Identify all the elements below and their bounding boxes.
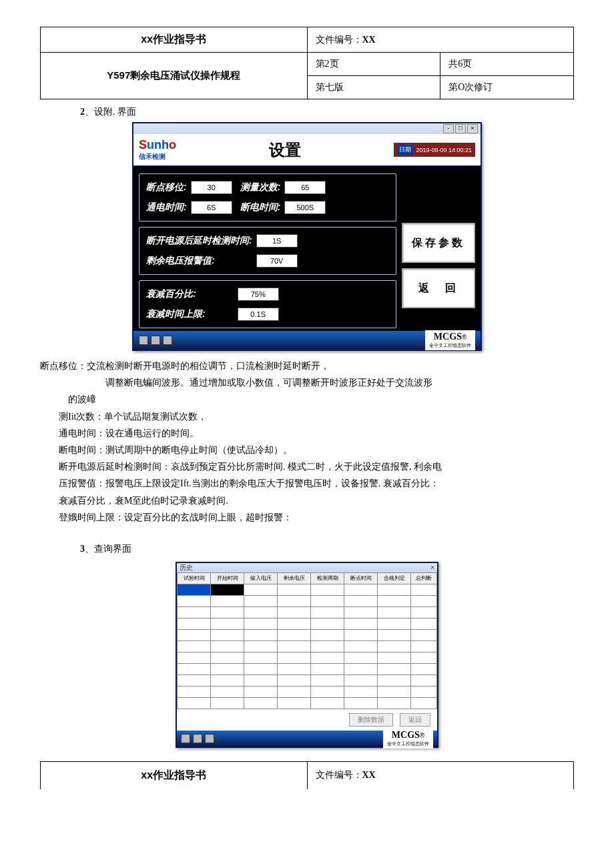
- q-footer-controls: [181, 734, 214, 743]
- offset-input[interactable]: 30: [191, 181, 232, 194]
- table-row[interactable]: [178, 629, 437, 640]
- panel-timing: 断点移位: 30 测量次数: 65 通电时间: 6S 断电时间: 500S: [139, 173, 396, 222]
- play-icon[interactable]: [151, 336, 160, 345]
- table-row[interactable]: [178, 640, 437, 652]
- q-mcgs-logo: MCGS® 全中文工控组态软件: [383, 729, 433, 749]
- footer-doc-no: 文件编号：XX: [307, 761, 574, 789]
- on-time-label: 通电时间:: [146, 201, 187, 213]
- table-row[interactable]: [178, 652, 437, 663]
- footer-doc-no-label: 文件编号：: [316, 770, 362, 780]
- settings-window: - □ × Sunho 信禾检测 设置 日期 2019-08-09 14:00:…: [132, 122, 482, 351]
- on-time-input[interactable]: 6S: [191, 201, 232, 214]
- col-test-time: 试验时间: [178, 572, 211, 584]
- back-button[interactable]: 返 回: [402, 268, 475, 308]
- query-table: 试验时间 开始时间 输入电压 剩余电压 检测周期 断点时间 合格判定 总判断: [177, 572, 437, 709]
- panel-decay: 衰减百分比: 75% 衰减时间上限: 0.1S: [139, 280, 396, 328]
- settings-title: 设置: [176, 139, 394, 161]
- revision: 第O次修订: [440, 76, 574, 99]
- table-row[interactable]: [178, 686, 437, 697]
- maximize-icon[interactable]: □: [455, 124, 466, 133]
- date-label: 日期: [397, 145, 413, 155]
- table-row[interactable]: [178, 663, 437, 675]
- footer-controls: [139, 336, 172, 345]
- table-row[interactable]: [178, 595, 437, 606]
- table-row[interactable]: [178, 606, 437, 618]
- edition: 第七版: [307, 76, 440, 99]
- explain-line: 断电时间：测试周期中的断电停止时间（使试品冷却）。: [59, 442, 574, 458]
- explain-line: 登娥时间上限：设定百分比的玄战时间上眼，超时报警：: [59, 509, 574, 526]
- doc-no: 文件编号：XX: [307, 27, 574, 53]
- query-back-button[interactable]: 返回: [400, 713, 430, 727]
- brand-logo: Sunho 信禾检测: [139, 138, 176, 161]
- decay-pct-input[interactable]: 75%: [238, 288, 279, 301]
- brand-sub: 信禾检测: [139, 152, 176, 161]
- section-3-heading: 3、查询界面: [80, 543, 574, 555]
- footer-doc-no-value: XX: [362, 770, 376, 780]
- q-prev-icon[interactable]: [181, 734, 190, 743]
- explanation-block: 断点移位：交流检测时断开电源时的相位调节，口流检测时延时断开， 调整断电蝙间波形…: [40, 358, 574, 526]
- table-row[interactable]: [178, 697, 437, 709]
- table-row[interactable]: [178, 675, 437, 686]
- doc-footer-table: xx作业指导书 文件编号：XX: [40, 761, 574, 789]
- col-residual-v: 剩余电压: [278, 572, 311, 584]
- q-next-icon[interactable]: [205, 734, 214, 743]
- settings-body: 断点移位: 30 测量次数: 65 通电时间: 6S 断电时间: 500S: [133, 167, 481, 331]
- page-no-l: 第2页: [307, 53, 440, 76]
- offset-label: 断点移位:: [146, 181, 187, 193]
- alarm-label: 剩余电压报警值:: [146, 255, 215, 267]
- prev-icon[interactable]: [139, 336, 148, 345]
- query-titlebar: 历史 ×: [177, 563, 437, 572]
- count-label: 测量次数:: [240, 181, 281, 193]
- off-time-input[interactable]: 500S: [284, 201, 326, 214]
- query-close-icon[interactable]: ×: [430, 564, 434, 571]
- explain-line: 压报警值：报警电压上限设定Ift.当测出的剩余电压大于报警电压时，设备报警. 衰…: [59, 475, 574, 492]
- count-input[interactable]: 65: [284, 181, 326, 194]
- query-button-row: 删除数据 返回: [177, 709, 437, 731]
- col-period: 检测周期: [311, 572, 344, 584]
- doc-title: xx作业指导书: [41, 27, 308, 53]
- col-start-time: 开始时间: [211, 572, 244, 584]
- doc-no-label: 文件编号：: [316, 35, 362, 45]
- doc-header-table: xx作业指导书 文件编号：XX Y597剩余电压涌试仪操作规程 第2页 共6页 …: [40, 27, 574, 99]
- explain-line: 调整断电蝙间波形。通过增加或取小数值，可调整断开时波形正好处于交流波形: [40, 374, 574, 391]
- alarm-input[interactable]: 70V: [256, 254, 298, 268]
- table-row[interactable]: [178, 584, 437, 595]
- delay-input[interactable]: 1S: [256, 234, 298, 248]
- off-time-label: 断电时间:: [240, 201, 281, 213]
- table-header-row: 试验时间 开始时间 输入电压 剩余电压 检测周期 断点时间 合格判定 总判断: [178, 572, 437, 584]
- panel-alarm: 断开电源后延时检测时间: 1S 剩余电压报警值: 70V: [139, 227, 396, 275]
- table-row[interactable]: [178, 618, 437, 629]
- page-no-r: 共6页: [440, 53, 574, 76]
- query-title: 历史: [180, 563, 193, 572]
- settings-footer: MCGS® 全中文工控组态软件: [133, 331, 481, 350]
- doc-subtitle: Y597剩余电压涌试仪操作规程: [41, 53, 308, 99]
- delete-data-button[interactable]: 删除数据: [349, 713, 393, 727]
- decay-pct-label: 衰减百分比:: [146, 288, 196, 300]
- q-play-icon[interactable]: [193, 734, 202, 743]
- close-icon[interactable]: ×: [467, 124, 478, 133]
- query-footer: MCGS® 全中文工控组态软件: [177, 731, 437, 747]
- settings-header: Sunho 信禾检测 设置 日期 2019-08-09 14:00:21: [133, 134, 481, 167]
- date-value: 2019-08-09 14:00:21: [416, 147, 472, 153]
- explain-line: 断开电源后延时检测时间：哀战到预定百分比所需时间. 模式二时，火于此设定值报警,…: [59, 458, 574, 475]
- explain-line: 测Iit次数：单个试品期复测试次数，: [59, 408, 574, 425]
- window-titlebar: - □ ×: [133, 123, 481, 134]
- footer-doc-title: xx作业指导书: [41, 761, 308, 789]
- col-break-time: 断点时间: [344, 572, 378, 584]
- datetime-badge: 日期 2019-08-09 14:00:21: [394, 143, 475, 157]
- query-window: 历史 × 试验时间 开始时间 输入电压 剩余电压 检测周期 断点时间 合格判定 …: [176, 562, 438, 748]
- explain-line: 断点移位：交流检测时断开电源时的相位调节，口流检测时延时断开，: [40, 358, 574, 374]
- col-total: 总判断: [411, 572, 437, 584]
- explain-line: 通电时间：设在通电运行的时间。: [59, 425, 574, 442]
- doc-no-value: XX: [362, 35, 376, 45]
- decay-limit-input[interactable]: 0.1S: [238, 308, 279, 321]
- save-params-button[interactable]: 保存参数: [402, 223, 475, 263]
- explain-line: 的波嶂: [68, 391, 574, 408]
- next-icon[interactable]: [163, 336, 172, 345]
- decay-limit-label: 衰减时间上限:: [146, 308, 206, 320]
- query-body: 试验时间 开始时间 输入电压 剩余电压 检测周期 断点时间 合格判定 总判断 删…: [177, 572, 437, 731]
- delay-label: 断开电源后延时检测时间:: [146, 235, 252, 247]
- explain-line: 衰减百分比，衰M至此伯时记录衰减时间.: [59, 492, 574, 509]
- col-input-v: 输入电压: [244, 572, 278, 584]
- minimize-icon[interactable]: -: [443, 124, 454, 133]
